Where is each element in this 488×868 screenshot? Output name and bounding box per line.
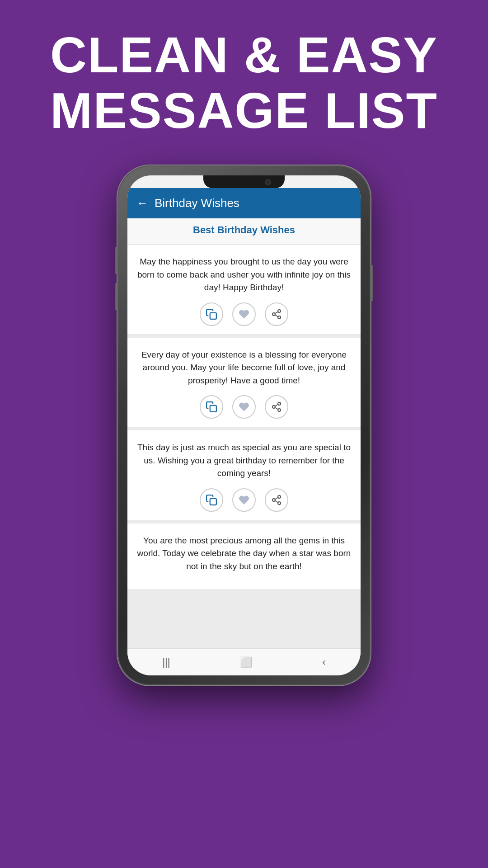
like-button-2[interactable]	[232, 395, 256, 419]
like-button-1[interactable]	[232, 302, 256, 326]
message-card-4: You are the most precious among all the …	[127, 524, 361, 590]
action-row-3	[136, 488, 352, 512]
message-card-2: Every day of your existence is a blessin…	[127, 338, 361, 427]
volume-down-button	[115, 283, 117, 310]
svg-line-11	[275, 405, 278, 406]
message-text-2: Every day of your existence is a blessin…	[136, 349, 352, 387]
headline: CLEAN & EASY MESSAGE LIST	[23, 27, 465, 138]
svg-line-16	[275, 500, 278, 502]
screen-content: Best Birthday Wishes May the happiness y…	[127, 216, 361, 648]
svg-rect-6	[210, 406, 216, 412]
message-text-1: May the happiness you brought to us the …	[136, 255, 352, 294]
share-button-2[interactable]	[265, 395, 288, 419]
share-button-1[interactable]	[265, 302, 288, 326]
heart-icon-1	[239, 309, 249, 320]
section-header-text: Best Birthday Wishes	[193, 224, 295, 236]
svg-rect-12	[210, 499, 216, 505]
svg-line-17	[275, 497, 278, 499]
svg-line-4	[275, 315, 278, 316]
phone-shell: ← Birthday Wishes Best Birthday Wishes M…	[117, 165, 371, 685]
copy-button-3[interactable]	[200, 488, 223, 512]
phone-screen: ← Birthday Wishes Best Birthday Wishes M…	[127, 175, 361, 675]
app-bar-title: Birthday Wishes	[155, 196, 239, 210]
svg-line-5	[275, 311, 278, 313]
share-icon-1	[271, 309, 282, 320]
share-button-3[interactable]	[265, 488, 288, 512]
notch	[203, 175, 285, 188]
action-row-2	[136, 395, 352, 419]
headline-line1: CLEAN & EASY	[50, 27, 438, 83]
copy-button-2[interactable]	[200, 395, 223, 419]
copy-button-1[interactable]	[200, 302, 223, 326]
share-icon-3	[271, 495, 282, 505]
section-header: Best Birthday Wishes	[127, 216, 361, 245]
share-icon-2	[271, 401, 282, 412]
copy-icon-3	[206, 494, 217, 506]
nav-back-gesture[interactable]: |||	[162, 656, 170, 668]
heart-icon-2	[239, 401, 249, 412]
app-bar: ← Birthday Wishes	[127, 188, 361, 218]
like-button-3[interactable]	[232, 488, 256, 512]
volume-up-button	[115, 247, 117, 274]
action-row-1	[136, 302, 352, 326]
nav-home-gesture[interactable]: ⬜	[240, 656, 252, 668]
power-button	[371, 265, 373, 301]
svg-line-10	[275, 408, 278, 410]
back-button[interactable]: ←	[136, 196, 148, 210]
message-card-1: May the happiness you brought to us the …	[127, 245, 361, 334]
nav-recents-gesture[interactable]: ‹	[322, 656, 325, 668]
message-card-3: This day is just as much as special as y…	[127, 430, 361, 520]
heart-icon-3	[239, 495, 249, 505]
bottom-nav: ||| ⬜ ‹	[127, 648, 361, 675]
svg-rect-0	[210, 313, 216, 319]
phone-mockup: ← Birthday Wishes Best Birthday Wishes M…	[117, 165, 371, 685]
message-text-4: You are the most precious among all the …	[136, 534, 352, 573]
copy-icon-1	[206, 308, 217, 320]
message-text-3: This day is just as much as special as y…	[136, 441, 352, 480]
copy-icon-2	[206, 401, 217, 413]
headline-line2: MESSAGE LIST	[50, 83, 438, 138]
